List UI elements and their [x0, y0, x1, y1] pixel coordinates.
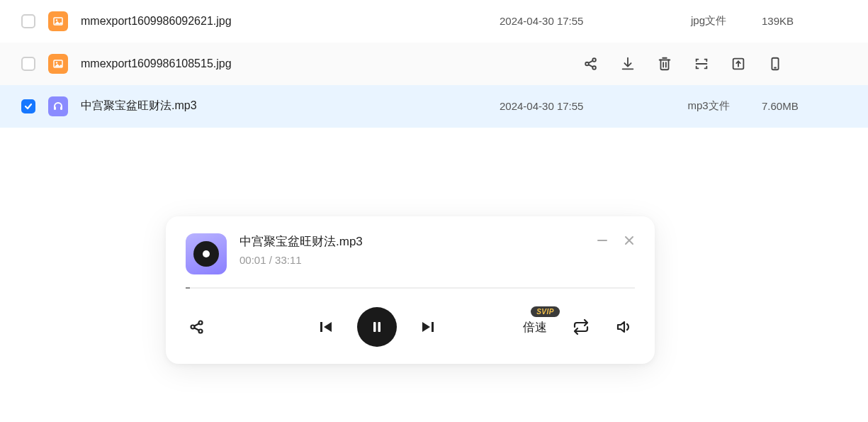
svg-point-1 [56, 19, 57, 21]
delete-icon[interactable] [657, 56, 672, 72]
svg-rect-28 [432, 322, 434, 332]
file-size: 7.60MB [762, 100, 847, 112]
audio-file-icon [48, 96, 68, 116]
previous-track-button[interactable] [317, 318, 334, 335]
svg-point-22 [199, 330, 203, 333]
svg-point-6 [592, 66, 596, 70]
svg-line-24 [194, 328, 199, 331]
image-file-icon [48, 11, 68, 31]
svip-badge: SVIP [531, 306, 560, 317]
svg-point-5 [592, 58, 596, 62]
player-track-title: 中宫聚宝盆旺财法.mp3 [239, 233, 584, 250]
file-row[interactable]: mmexport1609986092621.jpg2024-04-30 17:5… [0, 0, 868, 43]
file-type: jpg文件 [655, 14, 762, 28]
checkbox[interactable] [21, 99, 35, 113]
volume-button[interactable] [615, 318, 632, 335]
share-icon[interactable] [583, 56, 599, 72]
svg-rect-25 [320, 322, 322, 332]
share-button[interactable] [188, 318, 205, 335]
file-type: mp3文件 [655, 99, 762, 113]
checkbox[interactable] [21, 57, 35, 71]
playback-speed-button[interactable]: 倍速 [523, 321, 547, 334]
svg-point-3 [56, 62, 57, 63]
next-track-button[interactable] [419, 318, 436, 335]
loop-button[interactable] [573, 318, 590, 335]
close-button[interactable] [624, 235, 635, 246]
file-name: mmexport1609986108515.jpg [81, 57, 583, 70]
svg-line-23 [194, 323, 199, 326]
file-row[interactable]: 中宫聚宝盆旺财法.mp32024-04-30 17:55mp3文件7.60MB [0, 85, 868, 128]
mobile-icon[interactable] [767, 56, 783, 72]
svg-line-7 [589, 60, 593, 62]
svg-rect-16 [60, 106, 62, 110]
scan-icon[interactable] [694, 56, 709, 72]
svg-rect-26 [373, 322, 376, 332]
svg-point-20 [191, 326, 195, 329]
svg-rect-15 [54, 106, 56, 110]
move-icon[interactable] [731, 56, 746, 72]
audio-player-panel: 中宫聚宝盆旺财法.mp3 00:01 / 33:11 [166, 216, 655, 364]
file-size: 139KB [762, 15, 847, 27]
checkbox[interactable] [21, 14, 35, 28]
pause-button[interactable] [357, 307, 397, 347]
player-time: 00:01 / 33:11 [239, 254, 584, 266]
file-name: mmexport1609986092621.jpg [81, 15, 500, 28]
image-file-icon [48, 54, 68, 74]
album-art [186, 233, 227, 274]
progress-bar[interactable] [186, 287, 635, 289]
file-name: 中宫聚宝盆旺财法.mp3 [81, 99, 500, 113]
file-date: 2024-04-30 17:55 [500, 100, 655, 112]
file-row[interactable]: mmexport1609986108515.jpg [0, 43, 868, 85]
minimize-button[interactable] [597, 235, 608, 246]
file-date: 2024-04-30 17:55 [500, 15, 655, 27]
svg-point-21 [199, 321, 203, 325]
svg-rect-27 [378, 322, 381, 332]
download-icon[interactable] [620, 56, 636, 72]
svg-point-4 [585, 62, 589, 65]
svg-line-8 [589, 65, 593, 67]
